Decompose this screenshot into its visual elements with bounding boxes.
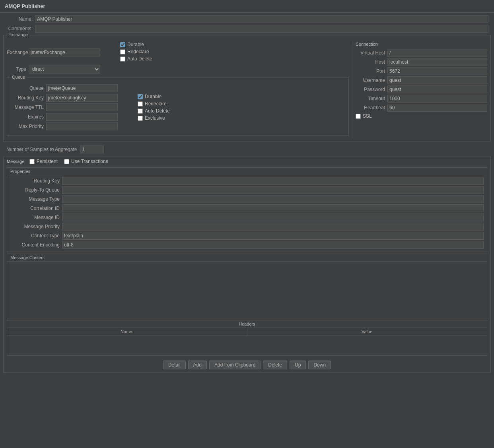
prop-reply-to-queue-label: Reply-To Queue [10, 187, 62, 193]
exchange-input[interactable] [29, 48, 100, 56]
exchange-section-label: Exchange [7, 32, 29, 37]
exchange-type-select[interactable]: direct fanout topic headers [29, 65, 100, 74]
message-ttl-label: Message TTL [10, 105, 46, 110]
prop-reply-to-queue-input[interactable] [62, 186, 484, 194]
exchange-redeclare-label: Redeclare [127, 49, 149, 54]
expires-label: Expires [10, 114, 46, 120]
prop-message-priority-label: Message Priority [10, 224, 62, 229]
properties-label: Properties [7, 168, 487, 175]
headers-body [7, 336, 487, 355]
exchange-type-label: Type [7, 66, 29, 72]
queue-label: Queue [10, 85, 46, 91]
message-content-section: Message Content [7, 254, 487, 318]
prop-message-type-label: Message Type [10, 196, 62, 202]
aggregate-label: Number of Samples to Aggregate [6, 147, 77, 152]
heartbeat-input[interactable] [387, 104, 487, 112]
ssl-checkbox[interactable] [356, 114, 361, 119]
persistent-label: Persistent [37, 159, 58, 164]
username-label: Username [356, 78, 387, 83]
prop-content-type-label: Content-Type [10, 233, 62, 239]
prop-correlation-id-input[interactable] [62, 204, 484, 212]
add-button[interactable]: Add [188, 361, 207, 369]
max-priority-input[interactable] [46, 122, 118, 130]
exchange-durable-checkbox[interactable] [120, 42, 125, 47]
use-transactions-checkbox[interactable] [64, 159, 69, 164]
prop-message-id-input[interactable] [62, 213, 484, 221]
prop-content-encoding-label: Content Encoding [10, 242, 62, 248]
page-title: AMQP Publisher [0, 0, 494, 13]
headers-label: Headers [7, 320, 487, 328]
virtual-host-label: Virtual Host [356, 50, 387, 56]
timeout-label: Timeout [356, 96, 387, 101]
aggregate-input[interactable] [80, 145, 104, 153]
headers-section: Headers Name: Value [7, 320, 487, 356]
comments-input[interactable] [35, 25, 488, 33]
detail-button[interactable]: Detail [163, 361, 186, 369]
delete-button[interactable]: Delete [263, 361, 287, 369]
connection-section-label: Connection [356, 42, 487, 47]
name-label: Name: [3, 16, 35, 22]
message-section: Message Persistent Use Transactions Prop… [3, 157, 491, 373]
host-label: Host [356, 59, 387, 65]
exchange-redeclare-checkbox[interactable] [120, 49, 125, 54]
message-ttl-input[interactable] [46, 103, 118, 111]
prop-correlation-id-label: Correlation ID [10, 206, 62, 211]
username-input[interactable] [387, 76, 487, 84]
heartbeat-label: Heartbeat [356, 105, 387, 111]
password-label: Password [356, 87, 387, 92]
routing-key-input[interactable] [46, 94, 118, 102]
message-content-label: Message Content [7, 254, 487, 261]
message-section-label: Message [7, 159, 25, 164]
prop-message-id-label: Message ID [10, 215, 62, 220]
headers-name-col: Name: [7, 328, 247, 335]
queue-section-label: Queue [10, 75, 27, 80]
prop-content-type-input[interactable] [62, 232, 484, 240]
routing-key-label: Routing Key [10, 95, 46, 101]
queue-input[interactable] [46, 84, 118, 92]
exchange-durable-label: Durable [127, 42, 144, 47]
max-priority-label: Max Priority [10, 124, 46, 129]
persistent-checkbox[interactable] [29, 159, 35, 164]
message-content-textarea[interactable] [7, 261, 487, 317]
add-from-clipboard-button[interactable]: Add from Clipboard [209, 361, 261, 369]
expires-input[interactable] [46, 113, 118, 121]
properties-section: Properties Routing Key Reply-To Queue Me… [7, 167, 487, 252]
comments-label: Comments: [3, 26, 35, 31]
queue-exclusive-checkbox[interactable] [138, 116, 143, 121]
queue-auto-delete-checkbox[interactable] [138, 109, 143, 114]
host-input[interactable] [387, 58, 487, 66]
exchange-auto-delete-checkbox[interactable] [120, 56, 125, 62]
port-label: Port [356, 68, 387, 74]
exchange-label: Exchange [7, 50, 29, 55]
up-button[interactable]: Up [290, 361, 306, 369]
password-input[interactable] [387, 85, 487, 93]
prop-routing-key-input[interactable] [62, 177, 484, 185]
prop-message-type-input[interactable] [62, 195, 484, 203]
queue-redeclare-label: Redeclare [145, 101, 167, 107]
queue-auto-delete-label: Auto Delete [145, 108, 170, 114]
buttons-row: Detail Add Add from Clipboard Delete Up … [4, 357, 490, 372]
ssl-label: SSL [363, 113, 372, 119]
port-input[interactable] [387, 67, 487, 75]
aggregate-row: Number of Samples to Aggregate [3, 144, 491, 155]
queue-redeclare-checkbox[interactable] [138, 101, 143, 107]
virtual-host-input[interactable] [387, 49, 487, 57]
headers-value-col: Value [247, 328, 487, 335]
down-button[interactable]: Down [308, 361, 331, 369]
prop-content-encoding-input[interactable] [62, 241, 484, 249]
use-transactions-label: Use Transactions [71, 159, 108, 164]
name-input[interactable] [35, 15, 488, 23]
queue-durable-label: Durable [145, 94, 161, 99]
timeout-input[interactable] [387, 95, 487, 103]
exchange-auto-delete-label: Auto Delete [127, 56, 152, 62]
queue-durable-checkbox[interactable] [138, 94, 143, 99]
prop-routing-key-label: Routing Key [10, 178, 62, 184]
prop-message-priority-input[interactable] [62, 223, 484, 231]
queue-exclusive-label: Exclusive [145, 115, 165, 121]
